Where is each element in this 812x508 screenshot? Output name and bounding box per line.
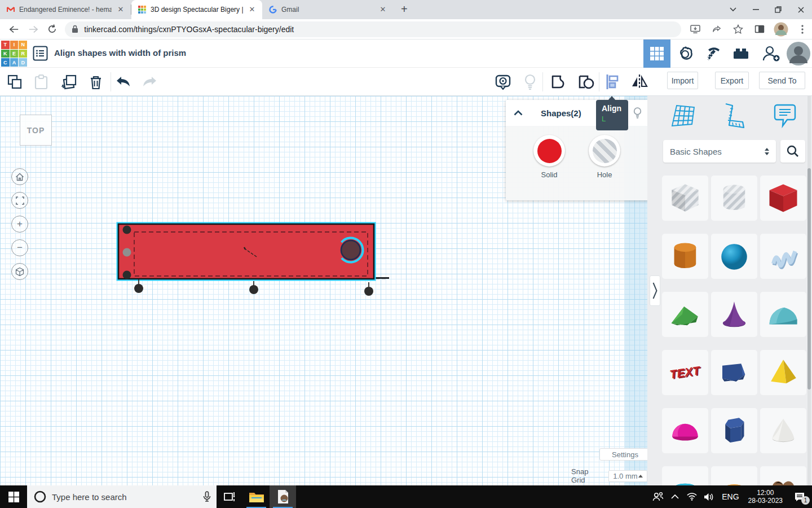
sidebar-collapse-button[interactable] [650, 275, 660, 306]
shape-tile-round-roof[interactable] [760, 292, 806, 337]
ruler-tool[interactable] [717, 103, 750, 129]
shape-tile-cylinder[interactable] [662, 234, 708, 279]
align-handle[interactable] [249, 285, 258, 294]
undo-button[interactable] [114, 73, 132, 91]
hide-bulb-button[interactable] [521, 73, 539, 91]
task-view-button[interactable] [217, 485, 243, 508]
snap-grid-dropdown[interactable]: 1.0 mm [608, 470, 647, 482]
copy-button[interactable] [6, 73, 24, 91]
import-button[interactable]: Import [667, 72, 698, 89]
dashboard-grid-button[interactable] [643, 40, 670, 68]
tab-close-icon[interactable]: ✕ [116, 5, 125, 14]
lego-bricks-button[interactable] [727, 40, 754, 68]
window-restore-button[interactable] [767, 0, 789, 19]
tab-close-icon[interactable]: ✕ [378, 5, 387, 14]
notification-center-button[interactable]: 1 [787, 485, 812, 508]
minecraft-blocks-button[interactable] [700, 40, 727, 68]
export-button[interactable]: Export [715, 72, 749, 89]
tabsearch-chevron-icon[interactable] [722, 0, 744, 19]
user-avatar[interactable] [785, 40, 812, 68]
install-icon[interactable] [686, 21, 705, 37]
tinkercad-logo[interactable]: TINKERCAD [1, 41, 27, 67]
notes-tool[interactable] [769, 103, 801, 129]
tab-close-icon[interactable]: ✕ [248, 5, 257, 14]
shape-tile-paraboloid[interactable] [760, 408, 806, 453]
url-omnibox[interactable]: tinkercad.com/things/cxnPTYOGsxA-spectac… [65, 21, 681, 37]
tab-gmail[interactable]: Gmail ✕ [262, 0, 393, 19]
design-title[interactable]: Align shapes with width of prism [54, 48, 186, 58]
microphone-icon[interactable] [203, 491, 211, 502]
group-button[interactable] [549, 73, 567, 91]
people-icon[interactable] [650, 485, 667, 508]
hole-option[interactable]: Hole [588, 135, 621, 179]
collapse-chevron-icon[interactable] [514, 110, 523, 116]
shape-tile-roof[interactable] [662, 292, 708, 337]
show-all-button[interactable] [494, 73, 512, 91]
flip-mirror-button[interactable] [630, 73, 648, 91]
window-minimize-button[interactable] [744, 0, 767, 19]
settings-button[interactable]: Settings [599, 448, 647, 461]
shape-tile-scribble[interactable] [760, 234, 806, 279]
home-view-button[interactable] [11, 168, 28, 185]
shape-tile-sphere[interactable] [711, 234, 757, 279]
design-properties-icon[interactable] [33, 46, 48, 61]
shape-tile-hole-box[interactable] [662, 176, 708, 221]
duplicate-button[interactable] [60, 73, 78, 91]
taskbar-search-input[interactable] [52, 492, 197, 502]
shape-tile-cone[interactable] [711, 292, 757, 337]
clock[interactable]: 12:00 28-03-2023 [744, 489, 787, 505]
lightbulb-icon[interactable] [633, 107, 642, 119]
paste-button[interactable] [32, 73, 50, 91]
ungroup-button[interactable] [577, 73, 595, 91]
tab-tinkercad-design[interactable]: 3D design Spectacular Bigery | Ti ✕ [131, 0, 262, 19]
fit-view-button[interactable] [11, 192, 28, 209]
tab-endangered-eminence[interactable]: Endangered Eminence! - hemant ✕ [0, 0, 131, 19]
align-button[interactable] [603, 73, 621, 91]
shape-category-select[interactable]: Basic Shapes [663, 140, 776, 163]
back-button[interactable] [5, 21, 24, 37]
shape-tile-tube[interactable] [711, 466, 757, 485]
sidebar-scrollbar-thumb[interactable] [807, 168, 811, 389]
new-tab-button[interactable]: + [401, 3, 408, 16]
shape-tile-pyramid[interactable] [760, 350, 806, 395]
forward-button[interactable] [24, 21, 43, 37]
perspective-toggle-button[interactable] [11, 263, 28, 280]
bookmark-star-icon[interactable] [729, 21, 748, 37]
delete-button[interactable] [87, 73, 105, 91]
shape-tile-box[interactable] [760, 176, 806, 221]
hole-cylinder-shape[interactable] [341, 240, 360, 260]
shape-tile-hole-cylinder[interactable] [711, 176, 757, 221]
send-to-button[interactable]: Send To [759, 72, 805, 89]
menu-kebab-icon[interactable] [793, 21, 812, 37]
invite-collaborator-button[interactable] [758, 40, 785, 68]
align-handle[interactable] [134, 284, 143, 293]
share-icon[interactable] [707, 21, 726, 37]
shape-search-button[interactable] [780, 140, 805, 163]
solid-option[interactable]: Solid [533, 135, 566, 179]
file-explorer-button[interactable] [243, 485, 270, 508]
zoom-in-button[interactable]: + [11, 216, 28, 233]
shape-tile-wedge[interactable] [711, 350, 757, 395]
redo-button[interactable] [141, 73, 159, 91]
photo-viewer-button[interactable] [270, 485, 296, 508]
align-handle[interactable] [123, 248, 131, 257]
shape-tile-half-sphere[interactable] [662, 408, 708, 453]
tray-expand-chevron-icon[interactable] [667, 485, 683, 508]
start-button[interactable] [0, 485, 27, 508]
shape-tile-polygon[interactable] [711, 408, 757, 453]
wifi-icon[interactable] [683, 485, 700, 508]
align-handle[interactable] [364, 287, 373, 296]
window-close-button[interactable] [789, 0, 812, 19]
zoom-out-button[interactable]: − [11, 239, 28, 256]
volume-icon[interactable] [700, 485, 717, 508]
shape-tile-heart[interactable] [760, 466, 806, 485]
sim-lab-button[interactable] [672, 40, 699, 68]
reload-button[interactable] [43, 21, 62, 37]
align-handle[interactable] [123, 226, 131, 234]
side-panel-icon[interactable] [750, 21, 769, 37]
shape-tile-torus[interactable] [662, 466, 708, 485]
profile-avatar[interactable] [771, 21, 791, 37]
taskbar-search-box[interactable] [27, 485, 217, 508]
view-cube[interactable]: TOP [20, 115, 52, 146]
design-canvas[interactable]: TOP + − Shapes(2) Solid Hole Align L Set… [0, 96, 647, 485]
